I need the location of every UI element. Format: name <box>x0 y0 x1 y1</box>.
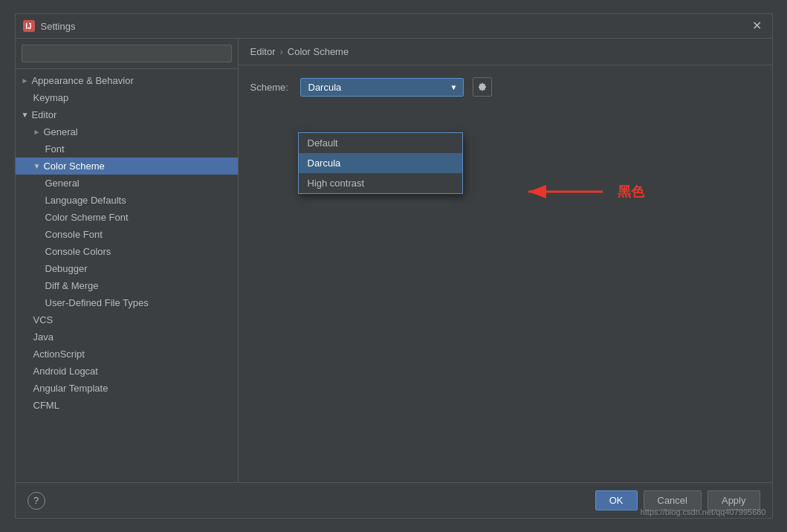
search-input[interactable] <box>22 45 232 62</box>
red-arrow-icon <box>521 181 610 203</box>
help-button[interactable]: ? <box>27 492 45 510</box>
breadcrumb-part2: Color Scheme <box>288 46 349 57</box>
footer-left: ? <box>27 492 589 510</box>
sidebar-item-angular-template[interactable]: Angular Template <box>16 380 238 397</box>
sidebar: ► Appearance & Behavior Keymap ▼ Editor … <box>16 39 239 482</box>
popup-item-label: Darcula <box>308 158 341 169</box>
annotation-text: 黑色 <box>618 183 644 201</box>
sidebar-item-diff-merge[interactable]: Diff & Merge <box>16 277 238 294</box>
ok-button[interactable]: OK <box>595 490 638 510</box>
sidebar-item-label: Java <box>33 331 54 343</box>
sidebar-item-console-font[interactable]: Console Font <box>16 226 238 243</box>
dialog-title: Settings <box>41 21 76 32</box>
sidebar-item-general[interactable]: ► General <box>16 123 238 140</box>
sidebar-item-label: User-Defined File Types <box>45 297 149 308</box>
sidebar-item-label: Color Scheme Font <box>45 212 129 223</box>
arrow-icon: ► <box>22 77 29 85</box>
sidebar-item-editor[interactable]: ▼ Editor <box>16 106 238 123</box>
sidebar-tree: ► Appearance & Behavior Keymap ▼ Editor … <box>16 69 238 482</box>
breadcrumb: Editor › Color Scheme <box>239 39 772 65</box>
sidebar-item-label: Console Font <box>45 229 103 240</box>
scheme-dropdown-wrapper: Default Darcula High contrast ▼ <box>300 78 464 97</box>
app-icon-label: IJ <box>25 22 31 30</box>
sidebar-item-label: Angular Template <box>33 383 109 394</box>
popup-item-label: High contrast <box>308 178 365 189</box>
scheme-row: Scheme: Default Darcula High contrast ▼ <box>250 77 760 97</box>
settings-dialog: IJ Settings ✕ ► Appearance & Behavior Ke… <box>15 13 773 519</box>
sidebar-item-label: Keymap <box>33 92 69 103</box>
sidebar-item-label: Console Colors <box>45 246 111 257</box>
sidebar-item-cfml[interactable]: CFML <box>16 397 238 414</box>
title-bar: IJ Settings ✕ <box>16 14 772 39</box>
content-area: Scheme: Default Darcula High contrast ▼ <box>239 65 772 482</box>
sidebar-item-label: Appearance & Behavior <box>31 75 133 86</box>
sidebar-item-label: Editor <box>31 109 56 120</box>
title-bar-left: IJ Settings <box>23 20 76 32</box>
sidebar-item-language-defaults[interactable]: Language Defaults <box>16 192 238 209</box>
sidebar-item-label: Debugger <box>45 263 88 274</box>
sidebar-item-label: Font <box>45 143 65 155</box>
breadcrumb-part1: Editor <box>250 46 276 57</box>
sidebar-item-user-defined[interactable]: User-Defined File Types <box>16 294 238 311</box>
app-icon: IJ <box>23 20 35 32</box>
sidebar-item-appearance-behavior[interactable]: ► Appearance & Behavior <box>16 72 238 89</box>
arrow-icon: ▼ <box>22 111 29 119</box>
sidebar-item-label: Android Logcat <box>33 366 98 377</box>
sidebar-item-vcs[interactable]: VCS <box>16 311 238 328</box>
sidebar-item-label: Diff & Merge <box>45 280 99 291</box>
gear-icon <box>477 82 488 92</box>
sidebar-item-label: General <box>43 126 77 137</box>
sidebar-item-label: ActionScript <box>33 348 85 360</box>
sidebar-item-label: Language Defaults <box>45 195 126 206</box>
popup-item-darcula[interactable]: Darcula <box>299 153 462 173</box>
sidebar-item-color-scheme[interactable]: ▼ Color Scheme <box>16 158 238 175</box>
scheme-dropdown[interactable]: Default Darcula High contrast <box>300 78 464 97</box>
gear-button[interactable] <box>473 77 492 97</box>
dialog-body: ► Appearance & Behavior Keymap ▼ Editor … <box>16 39 772 482</box>
breadcrumb-separator: › <box>279 46 282 57</box>
arrow-icon: ▼ <box>33 162 41 170</box>
scheme-label: Scheme: <box>250 82 291 93</box>
sidebar-item-android-logcat[interactable]: Android Logcat <box>16 363 238 380</box>
arrow-icon: ► <box>33 128 41 136</box>
sidebar-item-label: General <box>45 178 80 189</box>
sidebar-item-label: CFML <box>33 400 59 411</box>
footer-url: https://blog.csdn.net/qq407995680 <box>641 507 766 516</box>
annotation-area: 黑色 <box>521 181 644 203</box>
sidebar-item-font[interactable]: Font <box>16 140 238 158</box>
scheme-dropdown-popup: Default Darcula High contrast <box>298 132 463 194</box>
sidebar-item-keymap[interactable]: Keymap <box>16 89 238 106</box>
sidebar-item-label: VCS <box>33 314 54 325</box>
sidebar-item-label: Color Scheme <box>43 160 104 172</box>
sidebar-item-actionscript[interactable]: ActionScript <box>16 346 238 363</box>
help-icon: ? <box>33 495 39 506</box>
sidebar-item-color-scheme-font[interactable]: Color Scheme Font <box>16 209 238 226</box>
popup-item-label: Default <box>308 137 338 149</box>
close-button[interactable]: ✕ <box>749 19 765 33</box>
sidebar-item-console-colors[interactable]: Console Colors <box>16 243 238 260</box>
sidebar-item-cs-general[interactable]: General <box>16 175 238 192</box>
main-panel: Editor › Color Scheme Scheme: Default Da… <box>239 39 772 482</box>
popup-item-default[interactable]: Default <box>299 133 462 153</box>
sidebar-item-java[interactable]: Java <box>16 328 238 346</box>
search-box <box>16 39 238 69</box>
dialog-footer: ? OK Cancel Apply https://blog.csdn.net/… <box>16 482 772 518</box>
sidebar-item-debugger[interactable]: Debugger <box>16 260 238 277</box>
popup-item-high-contrast[interactable]: High contrast <box>299 173 462 193</box>
